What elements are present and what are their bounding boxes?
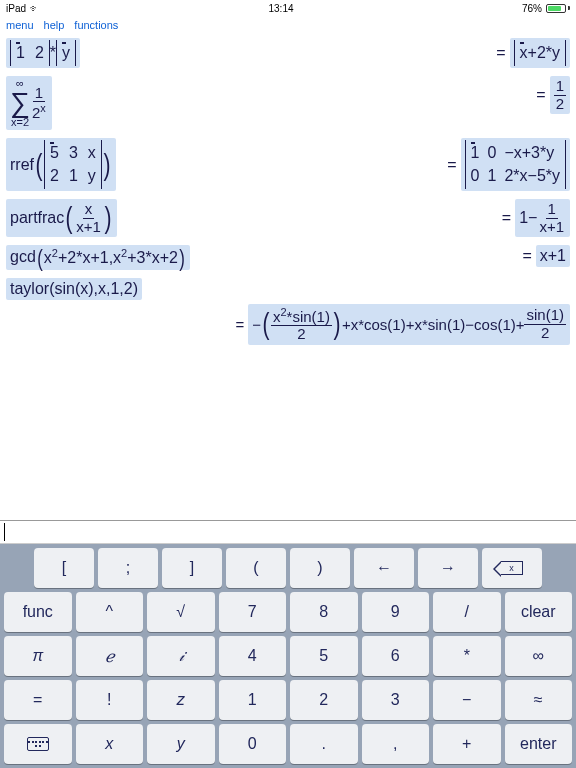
calc-row[interactable]: taylor(sin(x),x,1,2): [6, 278, 570, 300]
matrix-input: y: [56, 40, 76, 66]
key-1[interactable]: 1: [219, 680, 287, 720]
menu-link-menu[interactable]: menu: [6, 19, 34, 31]
battery-icon: [546, 4, 570, 13]
key-rparen[interactable]: ): [290, 548, 350, 588]
key-i[interactable]: 𝒾: [147, 636, 215, 676]
key-clear[interactable]: clear: [505, 592, 573, 632]
calc-row[interactable]: 12 * y = x+2*y: [6, 38, 570, 68]
key-caret[interactable]: ^: [76, 592, 144, 632]
key-dot[interactable]: .: [290, 724, 358, 764]
status-bar: iPad ᯤ 13:14 76%: [0, 0, 576, 16]
battery-percent: 76%: [522, 3, 542, 14]
key-e[interactable]: ℯ: [76, 636, 144, 676]
key-3[interactable]: 3: [362, 680, 430, 720]
key-divide[interactable]: /: [433, 592, 501, 632]
key-4[interactable]: 4: [219, 636, 287, 676]
key-9[interactable]: 9: [362, 592, 430, 632]
key-backspace[interactable]: x: [482, 548, 542, 588]
calc-result-row[interactable]: = − ( x2*sin(1) 2 ) +x*cos(1)+x*sin(1)−c…: [6, 304, 570, 345]
key-minus[interactable]: −: [433, 680, 501, 720]
calc-row[interactable]: rref ( 53x 21y ) = 10−x+3*y 012*x−5*y: [6, 138, 570, 191]
matrix-input: 12: [10, 40, 50, 66]
key-0[interactable]: 0: [219, 724, 287, 764]
key-5[interactable]: 5: [290, 636, 358, 676]
worksheet[interactable]: 12 * y = x+2*y ∞ ∑ x=2: [0, 34, 576, 520]
key-8[interactable]: 8: [290, 592, 358, 632]
key-left[interactable]: ←: [354, 548, 414, 588]
key-x[interactable]: x: [76, 724, 144, 764]
calc-row[interactable]: ∞ ∑ x=2 1 2x = 1 2: [6, 76, 570, 130]
matrix-output: x+2*y: [514, 40, 566, 66]
fraction: 1 2x: [30, 85, 48, 122]
keyboard: [ ; ] ( ) ← → x func ^ √ 7 8 9 / clear π…: [0, 544, 576, 768]
key-2[interactable]: 2: [290, 680, 358, 720]
menu-link-help[interactable]: help: [44, 19, 65, 31]
key-plus[interactable]: +: [433, 724, 501, 764]
calc-row[interactable]: gcd ( x2+2*x+1,x2+3*x+2 ) = x+1: [6, 245, 570, 269]
backspace-icon: x: [501, 561, 523, 575]
equals: =: [496, 44, 505, 62]
key-equals[interactable]: =: [4, 680, 72, 720]
key-7[interactable]: 7: [219, 592, 287, 632]
key-y[interactable]: y: [147, 724, 215, 764]
matrix-input: 53x 21y: [44, 140, 102, 189]
key-hide-keyboard[interactable]: [4, 724, 72, 764]
keyboard-icon: [27, 737, 49, 751]
clock: 13:14: [268, 3, 293, 14]
key-comma[interactable]: ,: [362, 724, 430, 764]
menu-bar: menu help functions: [0, 16, 576, 34]
menu-link-functions[interactable]: functions: [74, 19, 118, 31]
expression-input[interactable]: [0, 520, 576, 544]
key-z[interactable]: z: [147, 680, 215, 720]
key-rbracket[interactable]: ]: [162, 548, 222, 588]
key-approx[interactable]: ≈: [505, 680, 573, 720]
key-lbracket[interactable]: [: [34, 548, 94, 588]
matrix-output: 10−x+3*y 012*x−5*y: [465, 140, 566, 189]
calc-row[interactable]: partfrac ( x x+1 ) = 1− 1 x+1: [6, 199, 570, 237]
key-semicolon[interactable]: ;: [98, 548, 158, 588]
key-lparen[interactable]: (: [226, 548, 286, 588]
sigma-icon: ∑: [10, 89, 30, 117]
fraction-output: 1 2: [554, 78, 566, 112]
key-func[interactable]: func: [4, 592, 72, 632]
key-factorial[interactable]: !: [76, 680, 144, 720]
result-text: x+1: [536, 245, 570, 267]
key-right[interactable]: →: [418, 548, 478, 588]
key-enter[interactable]: enter: [505, 724, 573, 764]
key-6[interactable]: 6: [362, 636, 430, 676]
key-infinity[interactable]: ∞: [505, 636, 573, 676]
key-pi[interactable]: π: [4, 636, 72, 676]
key-multiply[interactable]: *: [433, 636, 501, 676]
text-cursor: [4, 523, 5, 541]
key-sqrt[interactable]: √: [147, 592, 215, 632]
device-label: iPad: [6, 3, 26, 14]
wifi-icon: ᯤ: [30, 3, 40, 14]
